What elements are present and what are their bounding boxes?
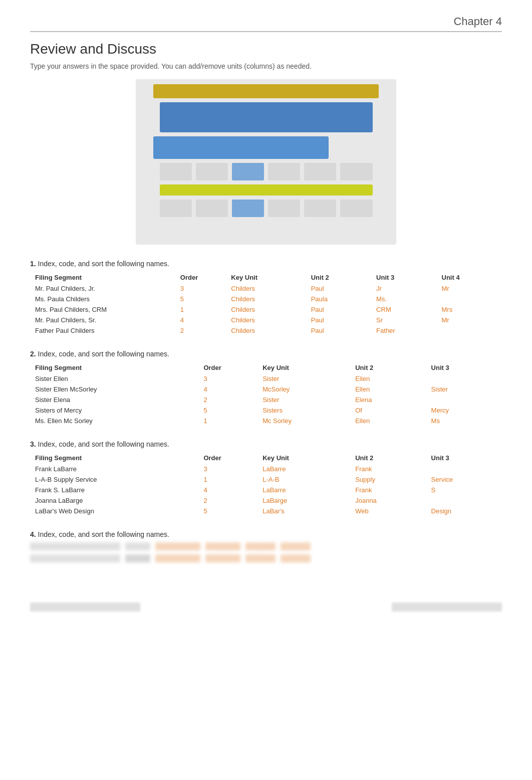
cell-unit2: Paul (306, 315, 371, 325)
cell-unit4 (437, 325, 502, 336)
cell-unit2: Web (350, 506, 426, 516)
table-row: Sister Ellen McSorley 4 McSorley Ellen S… (30, 384, 502, 395)
table-row: Father Paul Childers 2 Childers Paul Fat… (30, 325, 502, 336)
cell-key: Childers (226, 283, 306, 294)
table-header-row: Filing Segment Order Key Unit Unit 2 Uni… (30, 362, 502, 373)
blurred-cell (245, 542, 276, 550)
col-unit4: Unit 4 (437, 272, 502, 283)
blurred-cell (155, 554, 200, 562)
question-1-number: 1. (30, 260, 36, 268)
cell-name: Ms. Ellen Mc Sorley (30, 416, 198, 426)
question-4-label: 4. Index, code, and sort the following n… (30, 530, 502, 538)
cell-order: 4 (198, 485, 257, 495)
table-row: Mr. Paul Childers, Jr. 3 Childers Paul J… (30, 283, 502, 294)
cell-key: McSorley (257, 384, 350, 395)
cell-unit3 (426, 395, 502, 405)
cell-unit2: Supply (350, 474, 426, 485)
table-row: Sister Ellen 3 Sister Ellen (30, 373, 502, 384)
cell-name: Father Paul Childers (30, 325, 175, 336)
blurred-cell (125, 554, 150, 562)
col-filing-segment: Filing Segment (30, 362, 198, 373)
question-4-text: Index, code, and sort the following name… (38, 530, 169, 538)
blurred-cell (281, 542, 311, 550)
question-1: 1. Index, code, and sort the following n… (30, 260, 502, 336)
col-key-unit: Key Unit (257, 362, 350, 373)
cell-order: 2 (198, 395, 257, 405)
cell-order: 2 (175, 325, 226, 336)
cell-name: Sister Elena (30, 395, 198, 405)
col-filing-segment: Filing Segment (30, 272, 175, 283)
diagram-cell (268, 163, 300, 180)
cell-unit2: Elena (350, 395, 426, 405)
blurred-cell (281, 554, 311, 562)
diagram-cell (304, 200, 336, 217)
cell-order: 1 (198, 416, 257, 426)
blurred-cell (30, 542, 120, 550)
diagram-cell (304, 163, 336, 180)
cell-unit3: Mercy (426, 405, 502, 416)
diagram-cell (268, 200, 300, 217)
diagram-bar-yellow-mid (160, 184, 373, 196)
cell-name: L-A-B Supply Service (30, 474, 198, 485)
question-2: 2. Index, code, and sort the following n… (30, 350, 502, 426)
cell-unit3 (426, 495, 502, 506)
table-header-row: Filing Segment Order Key Unit Unit 2 Uni… (30, 452, 502, 464)
diagram-cell (196, 200, 228, 217)
chapter-header: Chapter 4 (30, 15, 502, 32)
col-key-unit: Key Unit (226, 272, 306, 283)
cell-order: 3 (198, 464, 257, 474)
cell-unit3 (426, 373, 502, 384)
diagram-cell (340, 163, 372, 180)
question-1-text: Index, code, and sort the following name… (38, 260, 169, 268)
table-row: Frank LaBarre 3 LaBarre Frank (30, 464, 502, 474)
cell-unit2: Ellen (350, 416, 426, 426)
col-unit2: Unit 2 (350, 452, 426, 464)
cell-key: LaBarre (257, 485, 350, 495)
question-1-label: 1. Index, code, and sort the following n… (30, 260, 502, 268)
cell-name: Sister Ellen (30, 373, 198, 384)
diagram-image (136, 79, 396, 245)
cell-key: Childers (226, 315, 306, 325)
footer-left-text (30, 603, 140, 612)
cell-unit2: Ellen (350, 384, 426, 395)
table-header-row: Filing Segment Order Key Unit Unit 2 Uni… (30, 272, 502, 283)
cell-order: 2 (198, 495, 257, 506)
blurred-cell (205, 542, 240, 550)
cell-key: LaBarre (257, 464, 350, 474)
diagram-bar-blue-medium (153, 136, 329, 159)
cell-unit2: Paul (306, 325, 371, 336)
cell-unit3: S (426, 485, 502, 495)
diagram-bar-blue-wide (160, 102, 373, 132)
blurred-cell (30, 554, 120, 562)
cell-unit2: Of (350, 405, 426, 416)
cell-unit4: Mr (437, 315, 502, 325)
col-key-unit: Key Unit (257, 452, 350, 464)
cell-order: 5 (175, 294, 226, 304)
cell-unit2: Paul (306, 304, 371, 315)
page-title: Review and Discuss (30, 41, 502, 57)
cell-order: 4 (198, 384, 257, 395)
cell-unit3: Sister (426, 384, 502, 395)
diagram-cell (160, 163, 192, 180)
table-row: Ms. Paula Childers 5 Childers Paula Ms. (30, 294, 502, 304)
col-unit3: Unit 3 (371, 272, 436, 283)
blurred-row-1 (30, 542, 502, 550)
cell-name: Ms. Paula Childers (30, 294, 175, 304)
cell-name: Sisters of Mercy (30, 405, 198, 416)
cell-key: LaBarge (257, 495, 350, 506)
cell-unit3: CRM (371, 304, 436, 315)
diagram-bar-yellow-top (153, 84, 379, 98)
cell-unit3: Ms. (371, 294, 436, 304)
footer-right-text (392, 603, 502, 612)
cell-order: 5 (198, 506, 257, 516)
blurred-row-2 (30, 554, 502, 562)
cell-name: Mrs. Paul Childers, CRM (30, 304, 175, 315)
question-2-table: Filing Segment Order Key Unit Unit 2 Uni… (30, 362, 502, 426)
col-order: Order (198, 452, 257, 464)
table-row: Frank S. LaBarre 4 LaBarre Frank S (30, 485, 502, 495)
question-3-number: 3. (30, 440, 36, 448)
cell-key: Childers (226, 325, 306, 336)
cell-unit4: Mrs (437, 304, 502, 315)
footer-blurred (30, 603, 502, 612)
cell-unit2: Ellen (350, 373, 426, 384)
